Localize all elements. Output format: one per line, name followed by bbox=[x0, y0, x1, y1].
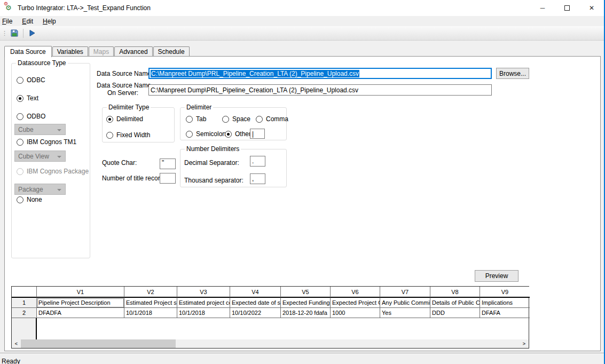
grid-column-header[interactable]: V8 bbox=[430, 287, 480, 298]
tab-schedule[interactable]: Schedule bbox=[153, 46, 190, 56]
tab-strip: Data Source Variables Maps Advanced Sche… bbox=[4, 45, 190, 57]
radio-semicolon[interactable]: Semicolon bbox=[186, 130, 226, 138]
tab-variables[interactable]: Variables bbox=[52, 46, 88, 56]
save-button[interactable] bbox=[8, 27, 21, 39]
radio-space[interactable]: Space bbox=[222, 115, 250, 123]
radio-delimited[interactable]: Delimited bbox=[106, 115, 143, 123]
grid-column-header[interactable]: V1 bbox=[37, 287, 124, 298]
window-title: Turbo Integrator: LTA->_Test_Expand Func… bbox=[18, 4, 151, 12]
grid-cell[interactable]: Implications bbox=[480, 298, 530, 308]
tab-advanced[interactable]: Advanced bbox=[114, 46, 152, 56]
quote-char-input[interactable]: " bbox=[160, 159, 176, 169]
grid-cell[interactable]: Expected date of sub bbox=[230, 298, 281, 308]
other-delimiter-input[interactable]: | bbox=[250, 129, 265, 139]
toolbar: ⋮ bbox=[0, 26, 605, 41]
radio-tab[interactable]: Tab bbox=[186, 115, 206, 123]
chevron-down-icon bbox=[57, 189, 61, 191]
run-button[interactable] bbox=[26, 27, 38, 39]
grid-column-header[interactable]: V9 bbox=[480, 287, 530, 298]
grid-cell[interactable]: Details of Public Con bbox=[430, 298, 480, 308]
preview-grid: V1V2V3V4V5V6V7V8V91Pipeline Project Desc… bbox=[11, 286, 529, 349]
toolbar-grip[interactable]: ⋮ bbox=[2, 30, 6, 37]
radio-text[interactable]: Text bbox=[17, 94, 38, 102]
grid-cell[interactable]: Expected Funding A bbox=[281, 298, 331, 308]
grid-horizontal-scrollbar[interactable]: < > bbox=[12, 339, 529, 348]
browse-button[interactable]: Browse... bbox=[496, 68, 529, 79]
radio-icon bbox=[186, 116, 193, 123]
grid-corner-cell[interactable] bbox=[12, 287, 37, 298]
scrollbar-thumb[interactable] bbox=[21, 339, 176, 348]
app-icon: ⚙ ⚙ bbox=[4, 3, 14, 13]
radio-icon bbox=[17, 113, 23, 120]
tab-data-source[interactable]: Data Source bbox=[4, 46, 52, 57]
grid-row-header[interactable]: 1 bbox=[12, 298, 37, 308]
bottom-divider bbox=[0, 353, 605, 354]
radio-other[interactable]: Other bbox=[225, 130, 251, 138]
grid-column-header[interactable]: V7 bbox=[380, 287, 430, 298]
radio-ibm-cognos-tm1[interactable]: IBM Cognos TM1 bbox=[17, 138, 76, 146]
grid-cell[interactable]: Yes bbox=[380, 308, 430, 318]
title-bar: ⚙ ⚙ Turbo Integrator: LTA->_Test_Expand … bbox=[0, 0, 605, 16]
data-source-name-on-server-input[interactable]: C:\Manpreet Dump\PRL_Pipeline_Creation_L… bbox=[148, 84, 492, 96]
quote-char-label: Quote Char: bbox=[102, 159, 137, 167]
menu-help[interactable]: Help bbox=[38, 17, 61, 26]
grid-cell[interactable]: Estimated Project sta bbox=[124, 298, 177, 308]
maximize-button[interactable] bbox=[555, 0, 579, 15]
grid-cell[interactable]: DFADFA bbox=[37, 308, 124, 318]
grid-cell[interactable]: Estimated project co bbox=[177, 298, 230, 308]
decimal-separator-input[interactable]: . bbox=[250, 156, 265, 167]
save-icon bbox=[10, 29, 19, 37]
decimal-separator-label: Decimal Separator: bbox=[184, 159, 239, 167]
grid-cell[interactable]: 10/10/2022 bbox=[230, 308, 281, 318]
grid-row-header-filler bbox=[12, 318, 37, 339]
run-icon bbox=[28, 29, 36, 37]
grid-cell[interactable]: DFAFA bbox=[480, 308, 530, 318]
selected-path-text: C:\Manpreet Dump\PRL_Pipeline_Creation_L… bbox=[151, 70, 359, 77]
grid-column-header[interactable]: V5 bbox=[281, 287, 331, 298]
grid-cell[interactable]: 10/1/2018 bbox=[124, 308, 177, 318]
menu-edit[interactable]: Edit bbox=[17, 17, 38, 26]
radio-icon bbox=[17, 139, 23, 146]
data-source-page: Datasource Type ODBC Text ODBO Cube IBM … bbox=[4, 56, 601, 351]
tab-maps: Maps bbox=[89, 46, 114, 56]
radio-fixed-width[interactable]: Fixed Width bbox=[106, 131, 150, 139]
thousand-separator-input[interactable]: , bbox=[250, 173, 265, 184]
grid-column-header[interactable]: V4 bbox=[230, 287, 281, 298]
radio-ibm-cognos-package: IBM Cognos Package bbox=[17, 168, 89, 175]
grid-cell[interactable]: Expected Project Co bbox=[331, 298, 380, 308]
minimize-button[interactable]: ─ bbox=[530, 0, 555, 15]
radio-checked-icon bbox=[225, 131, 232, 138]
grid-column-header[interactable]: V2 bbox=[124, 287, 177, 298]
scroll-left-icon[interactable]: < bbox=[12, 339, 21, 348]
grid-row-header[interactable]: 2 bbox=[12, 308, 37, 318]
grid-column-header[interactable]: V6 bbox=[331, 287, 380, 298]
radio-odbc[interactable]: ODBC bbox=[17, 76, 45, 84]
radio-disabled-icon bbox=[17, 168, 23, 175]
data-source-name-input[interactable]: C:\Manpreet Dump\PRL_Pipeline_Creation_L… bbox=[148, 68, 492, 79]
close-button[interactable]: ✕ bbox=[579, 0, 604, 15]
radio-icon bbox=[17, 77, 23, 84]
grid-cell[interactable]: DDD bbox=[430, 308, 480, 318]
radio-icon bbox=[222, 116, 229, 123]
radio-odbo[interactable]: ODBO bbox=[17, 113, 45, 120]
radio-checked-icon bbox=[106, 116, 113, 123]
grid-cell[interactable]: Any Public Commitm bbox=[380, 298, 430, 308]
gear-icon: ⚙ bbox=[5, 4, 12, 11]
grid-cell[interactable]: 10/1/2018 bbox=[177, 308, 230, 318]
menu-file[interactable]: File bbox=[1, 17, 17, 26]
grid-column-header[interactable]: V3 bbox=[177, 287, 230, 298]
scroll-right-icon[interactable]: > bbox=[520, 339, 529, 348]
group-title: Datasource Type bbox=[16, 59, 68, 67]
chevron-down-icon bbox=[57, 156, 61, 158]
radio-none[interactable]: None bbox=[17, 196, 42, 203]
radio-comma[interactable]: Comma bbox=[256, 115, 288, 123]
grid-cell[interactable]: Pipeline Project Description bbox=[37, 298, 124, 308]
grid-cell[interactable]: 1000 bbox=[331, 308, 380, 318]
group-title: Delimiter Type bbox=[107, 104, 151, 111]
title-records-input[interactable] bbox=[160, 173, 176, 184]
title-records-label: Number of title records: bbox=[102, 175, 169, 182]
data-source-name-on-server-label: Data Source Name On Server: bbox=[97, 82, 149, 97]
grid-cell[interactable]: 2018-12-20 fdafa bbox=[281, 308, 331, 318]
preview-button[interactable]: Preview bbox=[475, 270, 518, 282]
cube-view-dropdown: Cube View bbox=[14, 151, 66, 162]
